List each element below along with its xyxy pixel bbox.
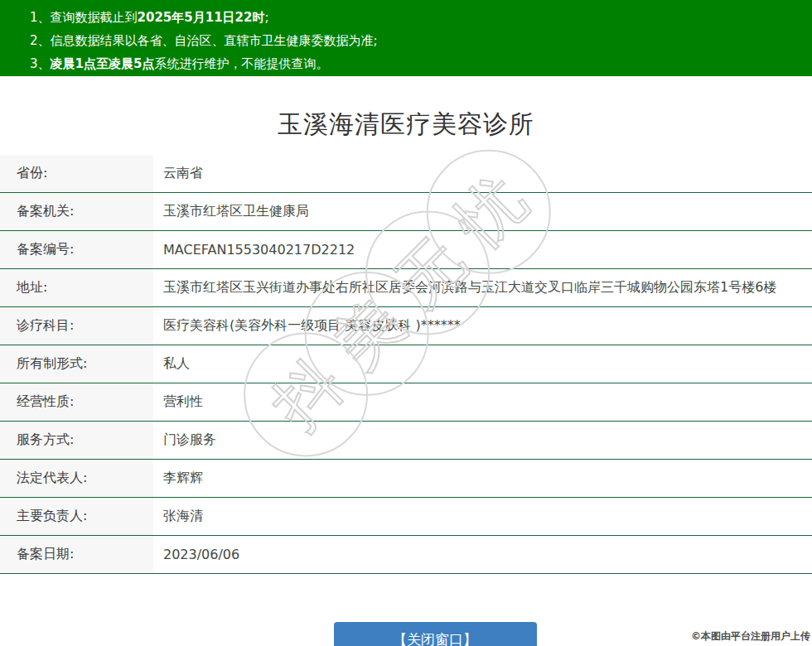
field-value: 玉溪市红塔区玉兴街道办事处右所社区居委会河滨路与玉江大道交叉口临岸三千城购物公园… xyxy=(153,269,812,306)
field-value: 营利性 xyxy=(153,383,812,421)
field-label: 主要负责人: xyxy=(0,498,153,535)
field-value: 玉溪市红塔区卫生健康局 xyxy=(153,193,812,230)
table-row-address: 地址: 玉溪市红塔区玉兴街道办事处右所社区居委会河滨路与玉江大道交叉口临岸三千城… xyxy=(0,269,812,307)
table-row-business-nature: 经营性质: 营利性 xyxy=(0,383,812,422)
notice-item-3: 3、凌晨1点至凌晨5点系统进行维护，不能提供查询。 xyxy=(30,52,804,75)
table-row-service-mode: 服务方式: 门诊服务 xyxy=(0,422,812,460)
table-row-ownership: 所有制形式: 私人 xyxy=(0,345,812,383)
field-label: 备案编号: xyxy=(0,231,153,268)
notice-item-1: 1、查询数据截止到2025年5月11日22时; xyxy=(30,6,804,29)
field-label: 所有制形式: xyxy=(0,345,153,383)
page-title: 玉溪海清医疗美容诊所 xyxy=(0,108,812,142)
table-row-filing-date: 备案日期: 2023/06/06 xyxy=(0,536,812,574)
notice-bold-text: 2025年5月11日22时 xyxy=(138,10,265,25)
table-row-medical-subjects: 诊疗科目: 医疗美容科(美容外科一级项目 美容皮肤科 )****** xyxy=(0,307,812,345)
table-row-filing-authority: 备案机关: 玉溪市红塔区卫生健康局 xyxy=(0,193,812,231)
field-label: 备案日期: xyxy=(0,536,153,573)
field-label: 省份: xyxy=(0,155,153,192)
table-row-legal-representative: 法定代表人: 李辉辉 xyxy=(0,460,812,498)
table-row-province: 省份: 云南省 xyxy=(0,155,812,193)
notice-text: 信息数据结果以各省、自治区、直辖市卫生健康委数据为准; xyxy=(51,33,378,48)
field-value: 云南省 xyxy=(153,155,812,192)
close-window-button[interactable]: 【关闭窗口】 xyxy=(334,622,537,646)
field-label: 服务方式: xyxy=(0,422,153,459)
button-container: 【关闭窗口】 xyxy=(0,622,812,646)
notice-number: 1、 xyxy=(30,10,51,25)
field-value: MACEFAN1553040217D2212 xyxy=(153,231,812,268)
notice-text: 查询数据截止到 xyxy=(51,10,138,25)
table-row-principal: 主要负责人: 张海清 xyxy=(0,498,812,536)
field-value: 2023/06/06 xyxy=(153,536,812,573)
field-value: 门诊服务 xyxy=(153,422,812,459)
field-label: 经营性质: xyxy=(0,383,153,421)
field-label: 法定代表人: xyxy=(0,460,153,497)
notice-item-2: 2、信息数据结果以各省、自治区、直辖市卫生健康委数据为准; xyxy=(30,29,804,52)
field-label: 备案机关: xyxy=(0,193,153,230)
record-table: 省份: 云南省 备案机关: 玉溪市红塔区卫生健康局 备案编号: MACEFAN1… xyxy=(0,155,812,574)
notice-number: 3、 xyxy=(30,56,51,71)
table-row-filing-number: 备案编号: MACEFAN1553040217D2212 xyxy=(0,231,812,269)
notice-text: ; xyxy=(264,10,268,25)
notice-text: 系统进行维护，不能提供查询。 xyxy=(154,56,328,71)
notice-number: 2、 xyxy=(30,33,51,48)
field-label: 地址: xyxy=(0,269,153,306)
field-value: 张海清 xyxy=(153,498,812,535)
notice-banner: 1、查询数据截止到2025年5月11日22时; 2、信息数据结果以各省、自治区、… xyxy=(0,0,812,76)
field-value: 李辉辉 xyxy=(153,460,812,497)
field-value: 私人 xyxy=(153,345,812,383)
field-value: 医疗美容科(美容外科一级项目 美容皮肤科 )****** xyxy=(153,307,812,345)
notice-bold-text: 凌晨1点至凌晨5点 xyxy=(51,56,155,71)
field-label: 诊疗科目: xyxy=(0,307,153,345)
copyright-note: ©本图由平台注册用户上传 xyxy=(691,629,810,644)
